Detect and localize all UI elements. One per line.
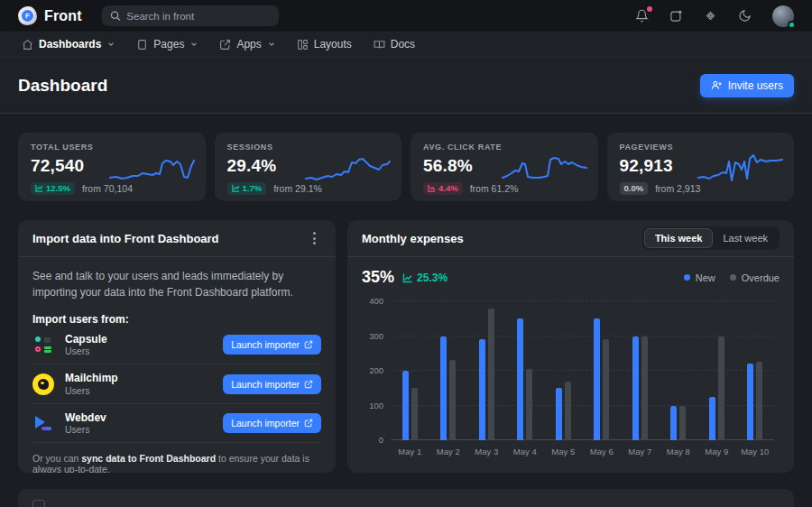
bar-overdue (565, 382, 571, 440)
bar-group: May 7 (621, 301, 660, 440)
y-axis-tick: 200 (362, 365, 383, 375)
search-icon (110, 10, 121, 22)
week-toggle: This week Last week (642, 226, 780, 250)
change-badge: 4.4% (423, 182, 463, 195)
y-axis-tick: 300 (362, 331, 383, 341)
import-description: See and talk to your users and leads imm… (32, 268, 321, 300)
bar-overdue (756, 362, 762, 440)
activity-button[interactable] (669, 9, 683, 23)
bar-new (632, 336, 639, 441)
bar-overdue (526, 369, 532, 440)
sparkline-sessions (304, 151, 391, 189)
bar-new (479, 339, 485, 440)
dark-mode-toggle[interactable] (738, 9, 752, 23)
sparkline-pageviews (697, 151, 783, 189)
bar-overdue (718, 336, 724, 441)
nav-item-docs[interactable]: Docs (374, 38, 415, 51)
bar-group: May 9 (697, 301, 736, 440)
bar-overdue (449, 360, 456, 440)
global-search[interactable] (102, 5, 279, 26)
stat-card-click-rate: AVG. CLICK RATE 56.8% 4.4% from 61.2% (411, 133, 598, 201)
external-link-icon (304, 380, 313, 389)
stat-card-sessions: SESSIONS 29.4% 1.7% from 29.1% (215, 133, 402, 201)
bar-group: May 4 (506, 301, 545, 440)
y-axis-tick: 400 (362, 296, 383, 306)
search-input[interactable] (126, 11, 270, 22)
expenses-chart-plot: 0100200300400May 1May 2May 3May 4May 5Ma… (391, 301, 774, 440)
legend-item-new[interactable]: New (684, 272, 715, 283)
toggle-last-week[interactable]: Last week (713, 228, 778, 248)
legend-dot-overdue (730, 274, 736, 281)
import-data-card: Import data into Front Dashboard See and… (18, 220, 336, 473)
online-status-dot (788, 21, 796, 29)
y-axis-tick: 100 (362, 401, 383, 410)
sparkline-click-rate (501, 151, 587, 189)
stat-card-pageviews: PAGEVIEWS 92,913 0.0% from 2,913 (607, 133, 795, 201)
x-axis-label: May 4 (506, 447, 545, 456)
bell-icon (635, 9, 649, 23)
notification-dot (647, 6, 652, 12)
user-avatar[interactable] (772, 5, 794, 27)
widgets-button[interactable] (704, 9, 717, 23)
launch-importer-button-mailchimp[interactable]: Launch importer (223, 374, 321, 394)
y-axis-tick: 0 (362, 435, 383, 445)
import-card-title: Import data into Front Dashboard (32, 232, 219, 245)
chevron-down-icon (107, 41, 115, 48)
nav-item-dashboards[interactable]: Dashboards (22, 38, 115, 51)
main-nav: Dashboards Pages Apps Layouts Docs (0, 32, 812, 58)
next-section-card-partial (18, 489, 794, 507)
capsule-logo-icon (32, 334, 54, 355)
page-title: Dashboard (18, 76, 107, 96)
launch-box-icon (219, 39, 231, 51)
notifications-button[interactable] (635, 9, 649, 23)
bar-group: May 2 (429, 301, 468, 440)
change-badge: 0.0% (620, 182, 649, 195)
launch-importer-button-webdev[interactable]: Launch importer (223, 413, 321, 433)
monthly-expenses-card: Monthly expenses This week Last week 35%… (347, 220, 794, 473)
legend-item-overdue[interactable]: Overdue (730, 272, 780, 283)
bar-new (402, 371, 409, 440)
stat-card-total-users: TOTAL USERS 72,540 12.5% from 70,104 (18, 133, 206, 201)
bar-group: May 10 (736, 301, 775, 440)
expenses-change: 25.3% (402, 272, 448, 284)
trend-up-icon (35, 184, 43, 192)
change-badge: 12.5% (31, 182, 75, 195)
change-badge: 1.7% (227, 182, 267, 195)
mailchimp-logo-icon (32, 373, 54, 395)
import-row-mailchimp: Mailchimp Users Launch importer (32, 364, 321, 403)
chevron-down-icon (190, 41, 198, 48)
x-axis-label: May 6 (583, 447, 622, 456)
x-axis-label: May 9 (697, 447, 736, 456)
bar-new (594, 318, 600, 440)
front-logo-icon: F (18, 6, 37, 25)
x-axis-label: May 10 (736, 447, 775, 456)
kebab-menu-button[interactable] (308, 228, 321, 248)
home-icon (22, 39, 33, 51)
nav-item-layouts[interactable]: Layouts (297, 38, 352, 51)
nav-item-pages[interactable]: Pages (136, 38, 198, 51)
bar-new (670, 406, 677, 441)
bar-new (747, 364, 753, 440)
front-logo[interactable]: F Front (18, 6, 82, 25)
bar-overdue (411, 388, 418, 440)
x-axis-label: May 3 (467, 447, 506, 456)
placeholder-icon (32, 500, 45, 507)
layout-grid-icon (297, 39, 309, 51)
stats-row: TOTAL USERS 72,540 12.5% from 70,104 SES… (18, 133, 794, 201)
webdev-logo-icon (32, 412, 54, 434)
legend-dot-new (684, 274, 690, 281)
nav-item-apps[interactable]: Apps (219, 38, 274, 51)
expenses-chart: 0100200300400May 1May 2May 3May 4May 5Ma… (362, 294, 780, 464)
x-axis-label: May 1 (391, 447, 429, 456)
launch-importer-button-capsule[interactable]: Launch importer (223, 335, 321, 355)
sync-data-link[interactable]: sync data to Front Dashboard (81, 453, 216, 464)
toggle-this-week[interactable]: This week (644, 228, 714, 248)
invite-users-button[interactable]: Invite users (700, 74, 794, 97)
external-link-icon (304, 340, 313, 349)
user-add-icon (711, 79, 723, 91)
bar-group: May 6 (583, 301, 622, 440)
moon-icon (738, 9, 752, 23)
chart-legend: New Overdue (684, 272, 780, 283)
stat-from: from 2,913 (655, 183, 700, 194)
x-axis-label: May 2 (429, 447, 468, 456)
